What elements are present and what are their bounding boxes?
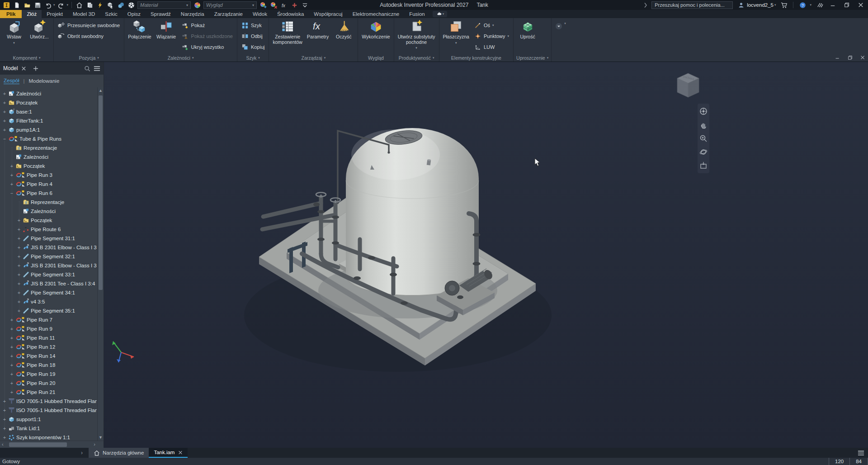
oczyść-button[interactable]: Oczyść <box>331 19 356 54</box>
tree-expander[interactable]: + <box>2 435 7 440</box>
tree-item-pipe-route-6[interactable]: +Pipe Route 6 <box>0 225 97 234</box>
tree-expander[interactable]: + <box>16 299 22 304</box>
tree-expander[interactable]: + <box>16 308 22 313</box>
inventor-logo-icon[interactable] <box>2 1 10 9</box>
add-plus-icon[interactable] <box>290 1 298 9</box>
tree-expander[interactable]: + <box>9 344 14 350</box>
tree-item-jis-b-2301-tee-class-i-3-4[interactable]: +JIS B 2301 Tee - Class I 3:4 <box>0 279 97 288</box>
tree-item-pipe-segment-34-1[interactable]: +Pipe Segment 34:1 <box>0 288 97 297</box>
tree-expander[interactable]: + <box>9 317 14 323</box>
tree-item-pipe-run-20[interactable]: +Pipe Run 20 <box>0 379 97 388</box>
paste-icon[interactable] <box>85 1 94 9</box>
ribbon-tab-opisz[interactable]: Opisz <box>123 10 146 18</box>
odbij-button[interactable]: Odbij <box>239 31 267 42</box>
tree-item-base-1[interactable]: +base:1 <box>0 107 97 116</box>
shaded-spheres-icon[interactable] <box>117 1 125 9</box>
tree-item-jis-b-2301-elbow-class-i-3-6[interactable]: +JIS B 2301 Elbow - Class I 3:6 <box>0 261 97 270</box>
redo-icon[interactable] <box>57 1 66 9</box>
tree-expander[interactable]: + <box>2 408 7 413</box>
tree-item-pipe-run-21[interactable]: +Pipe Run 21 <box>0 388 97 397</box>
tree-item-pipe-run-19[interactable]: +Pipe Run 19 <box>0 370 97 379</box>
doc-strip-menu-icon[interactable] <box>857 450 864 456</box>
ribbon-overflow-arrow-icon[interactable]: ▾ <box>564 22 566 25</box>
user-account[interactable]: locvend2_5 ▾ <box>737 1 776 9</box>
color-wheel-clear-icon[interactable] <box>269 1 278 9</box>
tree-item-pipe-run-11[interactable]: +Pipe Run 11 <box>0 333 97 342</box>
tree-item-zależności[interactable]: Zależności <box>0 152 97 161</box>
tree-item-początek[interactable]: +Początek <box>0 161 97 171</box>
ribbon-tab-fusion[interactable]: Fusion <box>404 10 430 18</box>
tree-expander[interactable]: + <box>16 245 22 250</box>
ribbon-tab-szkic[interactable]: Szkic <box>100 10 122 18</box>
doc-close-button[interactable] <box>859 54 866 61</box>
tree-item-zależności[interactable]: Zależności <box>0 207 97 216</box>
doc-tab-narzędzia-główne[interactable]: Narzędzia główne <box>89 448 149 458</box>
doc-tab-close-icon[interactable] <box>178 450 183 455</box>
tree-expander[interactable]: + <box>9 172 14 178</box>
graphics-viewport[interactable]: GÓRA <box>104 62 868 448</box>
wykończenie-button[interactable]: Wykończenie <box>360 19 392 54</box>
ribbon-tab-elektromechaniczne[interactable]: Elektromechaniczne <box>348 10 405 18</box>
cart-icon[interactable] <box>780 1 788 9</box>
tree-item-zależności[interactable]: +Zależności <box>0 89 97 98</box>
tree-item-początek[interactable]: +Początek <box>0 98 97 107</box>
tree-expander[interactable]: + <box>2 118 7 123</box>
tree-expander[interactable]: + <box>9 335 14 341</box>
tree-item-pipe-segment-33-1[interactable]: +Pipe Segment 33:1 <box>0 270 97 279</box>
tree-expander[interactable]: + <box>16 263 22 268</box>
ribbon-tab-projekt[interactable]: Projekt <box>42 10 68 18</box>
tree-item-pipe-segment-35-1[interactable]: +Pipe Segment 35:1 <box>0 306 97 315</box>
add-browser-tab-button[interactable] <box>33 66 38 71</box>
tree-item-reprezentacje[interactable]: Reprezentacje <box>0 198 97 207</box>
navigation-wheel-icon[interactable] <box>699 107 708 115</box>
doc-restore-button[interactable] <box>846 54 854 61</box>
color-wheel-icon[interactable] <box>193 1 201 9</box>
tree-item-tank-lid-1[interactable]: +Tank Lid:1 <box>0 424 97 433</box>
zestawienie-button[interactable]: Zestawienie komponentów <box>271 19 304 54</box>
render-film-icon[interactable] <box>127 1 135 9</box>
select-component-icon[interactable] <box>106 1 114 9</box>
home-icon[interactable] <box>75 1 83 9</box>
customize-arrow-icon[interactable] <box>301 1 309 9</box>
tree-item-pipe-run-4[interactable]: +Pipe Run 4 <box>0 180 97 189</box>
restore-button[interactable] <box>842 1 852 9</box>
pan-hand-icon[interactable] <box>699 121 708 129</box>
tree-expander[interactable]: + <box>9 181 14 187</box>
tree-expander[interactable]: − <box>2 136 7 142</box>
collapse-arrow-icon[interactable] <box>644 1 647 9</box>
panel-label-zarządzaj[interactable]: Zarządzaj▾ <box>269 54 358 62</box>
panel-label-elementy-konstrukcyjne[interactable]: Elementy konstrukcyjne <box>439 54 514 62</box>
undo-dropdown-icon[interactable]: ▾ <box>53 3 55 7</box>
ribbon-tab-złóż[interactable]: Złóż <box>22 10 42 18</box>
ribbon-tab-narzędzia[interactable]: Narzędzia <box>176 10 209 18</box>
ribbon-tab-zarządzanie[interactable]: Zarządzanie <box>209 10 248 18</box>
tree-expander[interactable]: + <box>9 371 14 377</box>
ukryj-wszystko-button[interactable]: Ukryj wszystko <box>179 42 235 52</box>
tree-item-filtertank-1[interactable]: +FilterTank:1 <box>0 116 97 125</box>
browser-subtab-modelowanie[interactable]: Modelowanie <box>29 78 60 84</box>
open-file-icon[interactable] <box>23 1 31 9</box>
tree-item-iso-7005-1-hubbed-threaded-flange[interactable]: +ISO 7005-1 Hubbed Threaded Flange <box>0 397 97 406</box>
tree-expander[interactable]: + <box>9 380 14 386</box>
panel-label-komponent[interactable]: Komponent▾ <box>0 54 53 62</box>
ribbon-tab-sprawdź[interactable]: Sprawdź <box>146 10 176 18</box>
material-combo[interactable]: Materiał▾ <box>137 1 191 9</box>
color-wheel-add-icon[interactable] <box>259 1 267 9</box>
panel-label-szyk[interactable]: Szyk▾ <box>237 54 269 62</box>
panel-label-produktywność[interactable]: Produktywność▾ <box>394 54 439 62</box>
new-file-icon[interactable] <box>13 1 21 9</box>
redo-dropdown-icon[interactable]: ▾ <box>67 3 69 7</box>
tree-item-pipe-run-6[interactable]: −Pipe Run 6 <box>0 189 97 198</box>
ribbon-overflow-button[interactable] <box>554 22 563 31</box>
tab-scroll-right-icon[interactable]: › <box>75 448 89 458</box>
tree-expander[interactable]: + <box>2 417 7 422</box>
cloud-menu-button[interactable]: ▾ <box>433 11 448 17</box>
doc-minimize-button[interactable] <box>834 54 841 61</box>
tree-item-pipe-run-18[interactable]: +Pipe Run 18 <box>0 361 97 370</box>
ribbon-tab-model-3d[interactable]: Model 3D <box>68 10 100 18</box>
tree-expander[interactable]: + <box>2 426 7 431</box>
ribbon-tab-plik[interactable]: Plik <box>0 10 22 18</box>
browser-menu-icon[interactable] <box>94 66 100 71</box>
tree-item-pipe-segment-32-1[interactable]: +Pipe Segment 32:1 <box>0 252 97 261</box>
browser-subtab-zespół[interactable]: Zespół <box>4 78 19 84</box>
